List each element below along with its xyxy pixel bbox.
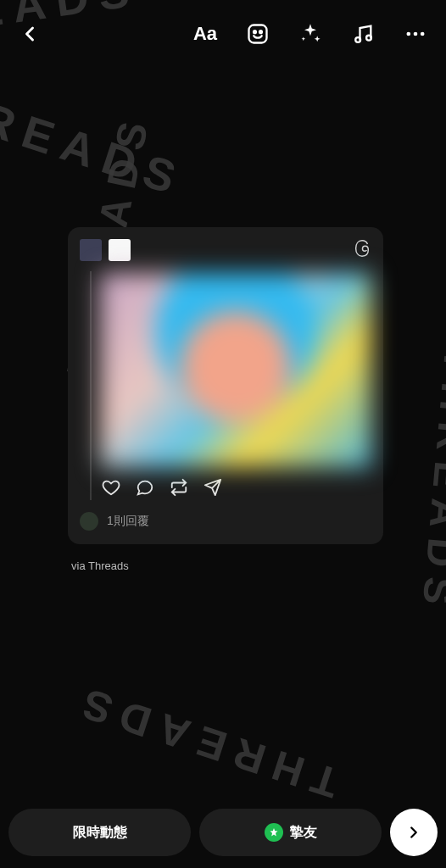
replies-row[interactable]: 1則回覆 <box>80 512 371 531</box>
avatar-placeholder <box>109 239 131 261</box>
music-button[interactable] <box>348 19 378 49</box>
close-friends-star-icon <box>265 823 283 842</box>
decor-ribbon: THREADS <box>67 676 345 808</box>
comment-button[interactable] <box>136 478 154 500</box>
text-tool-button[interactable]: Aa <box>190 19 220 49</box>
card-header <box>80 239 371 261</box>
avatar-placeholder <box>80 239 102 261</box>
close-friends-button[interactable]: 摯友 <box>199 809 382 856</box>
decor-ribbon: THREADS <box>413 346 446 617</box>
share-to-story-label: 限時動態 <box>73 824 127 842</box>
svg-point-6 <box>414 32 418 36</box>
via-label: via Threads <box>71 559 129 572</box>
threads-logo-icon <box>353 239 371 261</box>
next-button[interactable] <box>390 809 438 856</box>
repost-button[interactable] <box>170 478 188 500</box>
share-to-story-button[interactable]: 限時動態 <box>8 809 191 856</box>
svg-point-7 <box>421 32 425 36</box>
close-friends-label: 摯友 <box>290 824 317 842</box>
svg-point-4 <box>366 36 371 41</box>
svg-rect-0 <box>249 25 267 43</box>
svg-point-3 <box>355 37 360 42</box>
effects-button[interactable] <box>295 19 326 49</box>
text-tool-label: Aa <box>193 23 217 45</box>
decor-ribbon: THREADS <box>0 66 192 207</box>
reply-count-label: 1則回覆 <box>107 514 149 529</box>
share-button[interactable] <box>203 478 222 500</box>
post-actions <box>100 478 371 500</box>
svg-point-5 <box>407 32 411 36</box>
svg-point-2 <box>259 31 262 33</box>
back-button[interactable] <box>15 19 44 48</box>
sticker-button[interactable] <box>243 19 273 49</box>
like-button[interactable] <box>102 478 120 500</box>
thread-rail <box>90 271 92 500</box>
svg-point-1 <box>254 31 256 33</box>
threads-post-card[interactable]: 1則回覆 <box>68 227 383 544</box>
share-bar: 限時動態 摯友 <box>8 809 438 856</box>
story-editor-toolbar: Aa <box>0 10 446 58</box>
post-media <box>100 273 371 468</box>
more-button[interactable] <box>400 19 431 49</box>
reply-avatar <box>80 512 98 531</box>
